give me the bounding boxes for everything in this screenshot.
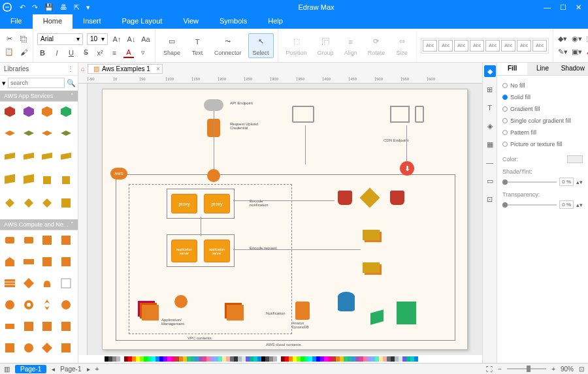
home-tab-icon[interactable]: ⌂	[78, 65, 88, 72]
tab-symbols[interactable]: Symbols	[209, 14, 257, 29]
zoom-slider[interactable]	[507, 368, 546, 369]
download-icon[interactable]: ⬇	[400, 161, 414, 176]
connector-tool-icon[interactable]: —	[484, 157, 496, 168]
server-icon[interactable]	[390, 106, 410, 123]
fit-page-icon[interactable]: ⊡	[579, 366, 584, 373]
style-gallery[interactable]: Abc Abc Abc Abc Abc Abc Abc Abc	[421, 38, 549, 54]
zoom-out-icon[interactable]: −	[498, 366, 502, 373]
text-tool-icon[interactable]: T	[484, 102, 496, 114]
shape-item[interactable]	[59, 196, 73, 210]
shape-item[interactable]	[59, 173, 73, 187]
monitor-icon[interactable]	[292, 106, 314, 123]
shape-item[interactable]	[59, 104, 73, 119]
stepper-icon[interactable]: ▴▾	[576, 202, 583, 208]
grow-font-icon[interactable]: A↑	[112, 34, 122, 44]
tab-view[interactable]: View	[172, 14, 209, 29]
fill-color-icon[interactable]: ◆▾	[557, 34, 568, 44]
shade-slider[interactable]: 0 %▴▾	[502, 178, 583, 186]
shape-item[interactable]	[40, 173, 54, 187]
shape-item[interactable]	[59, 150, 73, 164]
stepper-icon[interactable]: ▴▾	[576, 179, 583, 185]
shape-item[interactable]	[3, 319, 17, 334]
category-aws-compute[interactable]: AWS Compute and Ne...˄	[0, 219, 78, 230]
shape-item[interactable]	[59, 341, 73, 355]
search-input[interactable]	[8, 78, 65, 88]
shape-item[interactable]	[3, 255, 17, 269]
documents-icon-2[interactable]	[227, 305, 244, 320]
align-button[interactable]: ≡Align	[340, 34, 361, 57]
text-button[interactable]: TText	[187, 34, 208, 57]
color-swatch[interactable]	[567, 155, 583, 163]
pages-icon[interactable]: ▥	[4, 366, 10, 373]
clear-format-icon[interactable]: Aa	[140, 34, 151, 44]
shape-item[interactable]	[40, 150, 54, 164]
shape-button[interactable]: ▭Shape	[159, 34, 184, 57]
shape-item[interactable]	[59, 298, 73, 312]
shape-item[interactable]	[22, 319, 36, 334]
undo-icon[interactable]: ↶	[20, 3, 25, 12]
bullet-icon[interactable]: ≡	[109, 48, 120, 58]
connector-button[interactable]: ⤳Connector	[210, 34, 246, 57]
opt-single-gradient[interactable]: Single color gradient fill	[502, 115, 583, 127]
prev-page-icon[interactable]: ◂	[52, 366, 55, 373]
style-swatch[interactable]: Abc	[438, 40, 453, 52]
shape-item[interactable]	[59, 255, 73, 269]
shape-item[interactable]	[40, 104, 54, 119]
shape-item[interactable]	[3, 298, 17, 312]
cut-icon[interactable]: ✂	[4, 34, 14, 44]
close-icon[interactable]: ✕	[576, 3, 581, 12]
route-icon[interactable]	[207, 169, 220, 182]
select-button[interactable]: ↖Select	[248, 33, 274, 58]
style-swatch[interactable]: Abc	[532, 40, 547, 52]
building-icon[interactable]	[397, 302, 416, 324]
opt-gradient-fill[interactable]: Gradient fill	[502, 103, 583, 115]
documents-icon[interactable]	[142, 305, 159, 320]
save-icon[interactable]: 💾	[44, 3, 54, 12]
shape-item[interactable]	[40, 341, 54, 355]
shape-item[interactable]	[40, 255, 54, 269]
shape-item[interactable]	[3, 196, 17, 210]
shape-item[interactable]	[40, 276, 54, 290]
tab-insert[interactable]: Insert	[73, 14, 112, 29]
add-page-icon[interactable]: +	[95, 366, 99, 373]
color-swatch[interactable]	[414, 356, 418, 362]
style-swatch[interactable]: Abc	[423, 40, 437, 52]
shape-item[interactable]	[3, 341, 17, 355]
shape-item[interactable]	[59, 319, 73, 334]
canvas[interactable]: AWS cloud contents AWS VPC contents API …	[88, 84, 482, 355]
tab-file[interactable]: File	[0, 14, 33, 29]
export-icon[interactable]: ⇱	[74, 3, 80, 12]
minimize-icon[interactable]: —	[544, 3, 551, 12]
transparency-value[interactable]: 0 %	[559, 200, 574, 209]
shade-value[interactable]: 0 %	[559, 178, 574, 186]
diagram-page[interactable]: AWS cloud contents AWS VPC contents API …	[102, 89, 468, 350]
opt-picture-fill[interactable]: Picture or texture fill	[502, 138, 583, 150]
shape-item[interactable]	[22, 255, 36, 269]
document-tab[interactable]: ▧ Aws Examples 1 ×	[88, 64, 163, 74]
maximize-icon[interactable]: ☐	[560, 3, 566, 12]
shape-item[interactable]	[22, 104, 36, 119]
stack-icon-2[interactable]	[363, 262, 380, 273]
line-color-icon[interactable]: ✎▾	[557, 47, 568, 57]
group-button[interactable]: ⿸Group	[314, 34, 338, 57]
underline-icon[interactable]: U	[66, 48, 76, 58]
shape-item[interactable]	[22, 127, 36, 142]
close-tab-icon[interactable]: ×	[156, 65, 160, 72]
strike-icon[interactable]: S̶	[80, 48, 91, 58]
page-tool-icon[interactable]: ▭	[484, 175, 496, 187]
style-swatch[interactable]: Abc	[485, 40, 500, 52]
style-swatch[interactable]: Abc	[470, 40, 484, 52]
shape-item[interactable]	[22, 173, 36, 187]
italic-icon[interactable]: I	[52, 48, 62, 58]
shape-item[interactable]	[3, 173, 17, 187]
shape-item[interactable]	[22, 276, 36, 290]
shape-item[interactable]	[3, 276, 17, 290]
search-dropdown-icon[interactable]: ▾	[2, 79, 6, 87]
copy-icon[interactable]: ⿻	[18, 34, 29, 44]
opt-solid-fill[interactable]: Solid fill	[502, 91, 583, 103]
highlight-icon[interactable]: ▿	[138, 48, 148, 58]
shape-item[interactable]	[40, 196, 54, 210]
shape-item[interactable]	[22, 298, 36, 312]
shape-item[interactable]	[40, 127, 54, 142]
qat-more-icon[interactable]: ▾	[86, 3, 90, 12]
